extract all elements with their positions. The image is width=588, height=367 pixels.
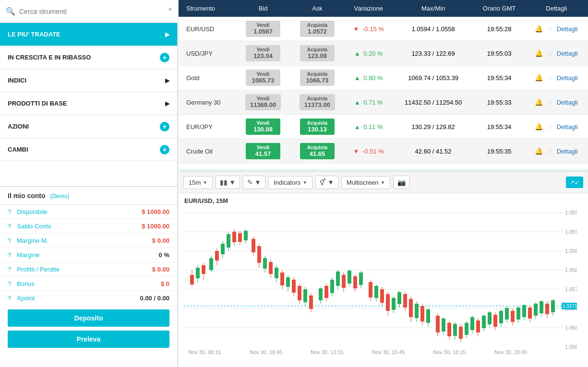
account-row: ? Margine 0 % <box>0 248 177 262</box>
time-cell: 19:55:35 <box>474 139 525 164</box>
multiscreen-button[interactable]: Multiscreen ▼ <box>341 176 390 189</box>
account-row-value: 0.00 / 0.00 <box>140 295 169 302</box>
arrow-right-icon: ▶ <box>165 100 169 107</box>
star-icon[interactable]: ☆ <box>547 49 553 57</box>
bell-icon[interactable]: 🔔 <box>535 98 543 106</box>
timeframe-selector[interactable]: 15m ▼ <box>183 176 213 189</box>
screenshot-button[interactable]: 📷 <box>393 176 410 189</box>
chevron-down-icon: ▼ <box>254 178 261 186</box>
arrow-up-icon: ▲ <box>354 50 360 57</box>
sidebar-item-indici[interactable]: INDICI ▶ <box>0 69 177 92</box>
sell-button-cell[interactable]: Vendi 1.0567 <box>236 17 290 41</box>
sell-button-cell[interactable]: Vendi 1065.73 <box>236 66 290 90</box>
details-link[interactable]: Dettagli <box>557 99 578 106</box>
details-link[interactable]: Dettagli <box>557 50 578 57</box>
details-cell[interactable]: 🔔 ☆ Dettagli <box>525 41 588 66</box>
details-link[interactable]: Dettagli <box>557 74 578 82</box>
svg-rect-25 <box>196 268 200 278</box>
svg-rect-137 <box>534 304 538 316</box>
chart-type-button[interactable]: ▮▮ ▼ <box>216 176 240 189</box>
sell-button[interactable]: Vendi 1.0567 <box>246 21 280 37</box>
info-icon[interactable]: ? <box>8 295 11 302</box>
sell-button-cell[interactable]: Vendi 11369.00 <box>236 90 290 115</box>
bell-icon[interactable]: 🔔 <box>535 25 543 33</box>
buy-button[interactable]: Acquista 123.09 <box>300 45 335 61</box>
buy-button-cell[interactable]: Acquista 130.13 <box>290 115 345 139</box>
details-link[interactable]: Dettagli <box>557 25 578 33</box>
buy-button[interactable]: Acquista 1066.73 <box>300 70 335 86</box>
sidebar-item-label: AZIONI <box>8 123 29 130</box>
bell-icon[interactable]: 🔔 <box>535 147 543 155</box>
buy-button[interactable]: Acquista 130.13 <box>300 118 335 135</box>
buy-button[interactable]: Acquista 11373.00 <box>300 94 335 110</box>
svg-rect-41 <box>244 231 248 240</box>
sell-button[interactable]: Vendi 123.04 <box>246 45 280 61</box>
market-table: Strumento Bid Ask Variazione Max/Min Ora… <box>179 0 588 164</box>
sidebar-item-prodotti-di-base[interactable]: PRODOTTI DI BASE ▶ <box>0 92 177 115</box>
sell-button[interactable]: Vendi 41.57 <box>246 143 280 159</box>
details-cell[interactable]: 🔔 ☆ Dettagli <box>525 139 588 164</box>
details-link[interactable]: Dettagli <box>557 148 578 155</box>
col-maxmin: Max/Min <box>393 0 474 17</box>
svg-rect-75 <box>348 271 351 284</box>
buy-button[interactable]: Acquista 1.0572 <box>300 21 335 37</box>
svg-rect-107 <box>447 323 451 336</box>
star-icon[interactable]: ☆ <box>547 98 553 106</box>
info-icon[interactable]: ? <box>8 266 11 273</box>
svg-rect-39 <box>238 233 242 242</box>
star-icon[interactable]: ☆ <box>547 74 553 82</box>
drawing-tool-button[interactable]: ✎ ▼ <box>243 176 265 189</box>
maxmin-cell: 1.0594 / 1.0558 <box>393 17 474 41</box>
buy-button-cell[interactable]: Acquista 123.09 <box>290 41 345 66</box>
search-asterisk: * <box>168 6 172 16</box>
sell-button[interactable]: Vendi 1065.73 <box>246 70 280 86</box>
star-icon[interactable]: ☆ <box>547 123 553 130</box>
expand-button[interactable]: ↗↙ <box>566 177 583 188</box>
svg-rect-93 <box>403 294 407 308</box>
svg-rect-59 <box>298 286 301 300</box>
svg-text:Nov 30, 20:45: Nov 30, 20:45 <box>494 349 528 355</box>
sell-button[interactable]: Vendi 130.08 <box>246 118 280 135</box>
crosshair-button[interactable]: ⚥ ▼ <box>315 176 338 189</box>
info-icon[interactable]: ? <box>8 280 11 287</box>
buy-button-cell[interactable]: Acquista 1066.73 <box>290 66 345 90</box>
info-icon[interactable]: ? <box>8 237 11 244</box>
buy-button-cell[interactable]: Acquista 11373.00 <box>290 90 345 115</box>
withdraw-button[interactable]: Preleva <box>8 331 169 348</box>
sell-button-cell[interactable]: Vendi 130.08 <box>236 115 290 139</box>
bell-icon[interactable]: 🔔 <box>535 49 543 57</box>
star-icon[interactable]: ☆ <box>547 147 553 155</box>
svg-text:1.0565: 1.0565 <box>565 325 577 331</box>
search-input[interactable] <box>19 8 165 15</box>
bell-icon[interactable]: 🔔 <box>535 74 543 82</box>
buy-button-cell[interactable]: Acquista 1.0572 <box>290 17 345 41</box>
info-icon[interactable]: ? <box>8 208 11 215</box>
info-icon[interactable]: ? <box>8 251 11 259</box>
deposit-button[interactable]: Deposito <box>8 309 169 327</box>
sidebar-item-azioni[interactable]: AZIONI + <box>0 115 177 138</box>
details-link[interactable]: Dettagli <box>557 123 578 130</box>
instrument-name: Gold <box>179 66 236 90</box>
svg-rect-103 <box>436 316 440 332</box>
details-cell[interactable]: 🔔 ☆ Dettagli <box>525 66 588 90</box>
bell-icon[interactable]: 🔔 <box>535 123 543 130</box>
indicators-button[interactable]: Indicators ▼ <box>268 176 312 189</box>
sidebar-item-cambi[interactable]: CAMBI + <box>0 138 177 161</box>
buy-button[interactable]: Acquista 41.65 <box>300 143 335 159</box>
star-icon[interactable]: ☆ <box>547 25 553 33</box>
sidebar-item-le-piu-tradate[interactable]: LE PIU' TRADATE ▶ <box>0 23 177 46</box>
details-cell[interactable]: 🔔 ☆ Dettagli <box>525 90 588 115</box>
account-panel: Il mio conto (Demo) ? Disponibile $ 1000… <box>0 186 178 367</box>
details-cell[interactable]: 🔔 ☆ Dettagli <box>525 17 588 41</box>
change-cell: ▲ 0.80 % <box>344 66 392 90</box>
details-cell[interactable]: 🔔 ☆ Dettagli <box>525 115 588 139</box>
buy-button-cell[interactable]: Acquista 41.65 <box>290 139 345 164</box>
change-cell: ▼ -0.51 % <box>344 139 392 164</box>
info-icon[interactable]: ? <box>8 223 11 230</box>
sell-button-cell[interactable]: Vendi 41.57 <box>236 139 290 164</box>
chevron-down-icon: ▼ <box>229 178 236 186</box>
account-row-value: $ 1000.00 <box>142 223 169 230</box>
sell-button[interactable]: Vendi 11369.00 <box>245 94 281 110</box>
sell-button-cell[interactable]: Vendi 123.04 <box>236 41 290 66</box>
sidebar-item-in-crescita[interactable]: IN CRESCITA E IN RIBASSO + <box>0 46 177 69</box>
